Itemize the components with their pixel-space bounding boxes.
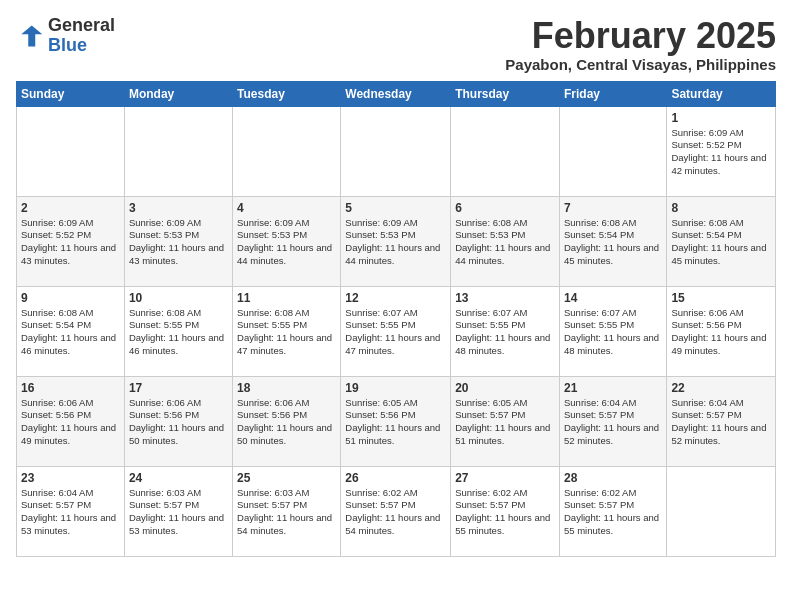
calendar-cell: 19Sunrise: 6:05 AM Sunset: 5:56 PM Dayli…: [341, 376, 451, 466]
day-info: Sunrise: 6:09 AM Sunset: 5:52 PM Dayligh…: [21, 217, 120, 268]
calendar-cell: 2Sunrise: 6:09 AM Sunset: 5:52 PM Daylig…: [17, 196, 125, 286]
calendar-cell: [451, 106, 560, 196]
calendar-cell: [341, 106, 451, 196]
title-block: February 2025 Payabon, Central Visayas, …: [505, 16, 776, 73]
day-number: 17: [129, 381, 228, 395]
calendar-cell: 15Sunrise: 6:06 AM Sunset: 5:56 PM Dayli…: [667, 286, 776, 376]
day-number: 24: [129, 471, 228, 485]
day-number: 7: [564, 201, 662, 215]
day-info: Sunrise: 6:07 AM Sunset: 5:55 PM Dayligh…: [345, 307, 446, 358]
weekday-header: Saturday: [667, 81, 776, 106]
calendar-cell: 22Sunrise: 6:04 AM Sunset: 5:57 PM Dayli…: [667, 376, 776, 466]
day-number: 25: [237, 471, 336, 485]
calendar-cell: 28Sunrise: 6:02 AM Sunset: 5:57 PM Dayli…: [559, 466, 666, 556]
day-info: Sunrise: 6:09 AM Sunset: 5:53 PM Dayligh…: [345, 217, 446, 268]
calendar-cell: 10Sunrise: 6:08 AM Sunset: 5:55 PM Dayli…: [124, 286, 232, 376]
day-info: Sunrise: 6:07 AM Sunset: 5:55 PM Dayligh…: [564, 307, 662, 358]
calendar-cell: 7Sunrise: 6:08 AM Sunset: 5:54 PM Daylig…: [559, 196, 666, 286]
day-number: 21: [564, 381, 662, 395]
day-info: Sunrise: 6:09 AM Sunset: 5:52 PM Dayligh…: [671, 127, 771, 178]
day-number: 9: [21, 291, 120, 305]
weekday-header: Wednesday: [341, 81, 451, 106]
day-info: Sunrise: 6:06 AM Sunset: 5:56 PM Dayligh…: [237, 397, 336, 448]
svg-marker-0: [21, 25, 42, 46]
calendar-cell: 13Sunrise: 6:07 AM Sunset: 5:55 PM Dayli…: [451, 286, 560, 376]
calendar-week-row: 2Sunrise: 6:09 AM Sunset: 5:52 PM Daylig…: [17, 196, 776, 286]
calendar: SundayMondayTuesdayWednesdayThursdayFrid…: [16, 81, 776, 557]
day-info: Sunrise: 6:07 AM Sunset: 5:55 PM Dayligh…: [455, 307, 555, 358]
day-info: Sunrise: 6:08 AM Sunset: 5:54 PM Dayligh…: [671, 217, 771, 268]
calendar-cell: 17Sunrise: 6:06 AM Sunset: 5:56 PM Dayli…: [124, 376, 232, 466]
calendar-cell: 12Sunrise: 6:07 AM Sunset: 5:55 PM Dayli…: [341, 286, 451, 376]
weekday-header: Monday: [124, 81, 232, 106]
calendar-cell: [559, 106, 666, 196]
day-number: 12: [345, 291, 446, 305]
day-info: Sunrise: 6:05 AM Sunset: 5:56 PM Dayligh…: [345, 397, 446, 448]
calendar-week-row: 1Sunrise: 6:09 AM Sunset: 5:52 PM Daylig…: [17, 106, 776, 196]
day-number: 14: [564, 291, 662, 305]
calendar-cell: 18Sunrise: 6:06 AM Sunset: 5:56 PM Dayli…: [233, 376, 341, 466]
day-info: Sunrise: 6:08 AM Sunset: 5:55 PM Dayligh…: [129, 307, 228, 358]
day-info: Sunrise: 6:06 AM Sunset: 5:56 PM Dayligh…: [21, 397, 120, 448]
calendar-cell: 27Sunrise: 6:02 AM Sunset: 5:57 PM Dayli…: [451, 466, 560, 556]
calendar-cell: 26Sunrise: 6:02 AM Sunset: 5:57 PM Dayli…: [341, 466, 451, 556]
logo-text: General Blue: [48, 16, 115, 56]
day-number: 6: [455, 201, 555, 215]
day-number: 22: [671, 381, 771, 395]
day-number: 23: [21, 471, 120, 485]
calendar-cell: 16Sunrise: 6:06 AM Sunset: 5:56 PM Dayli…: [17, 376, 125, 466]
calendar-cell: 24Sunrise: 6:03 AM Sunset: 5:57 PM Dayli…: [124, 466, 232, 556]
calendar-cell: 6Sunrise: 6:08 AM Sunset: 5:53 PM Daylig…: [451, 196, 560, 286]
day-number: 1: [671, 111, 771, 125]
day-number: 13: [455, 291, 555, 305]
day-info: Sunrise: 6:09 AM Sunset: 5:53 PM Dayligh…: [237, 217, 336, 268]
day-number: 27: [455, 471, 555, 485]
calendar-cell: 5Sunrise: 6:09 AM Sunset: 5:53 PM Daylig…: [341, 196, 451, 286]
calendar-cell: 23Sunrise: 6:04 AM Sunset: 5:57 PM Dayli…: [17, 466, 125, 556]
location: Payabon, Central Visayas, Philippines: [505, 56, 776, 73]
day-number: 8: [671, 201, 771, 215]
page-header: General Blue February 2025 Payabon, Cent…: [16, 16, 776, 73]
day-number: 3: [129, 201, 228, 215]
day-info: Sunrise: 6:03 AM Sunset: 5:57 PM Dayligh…: [237, 487, 336, 538]
day-info: Sunrise: 6:09 AM Sunset: 5:53 PM Dayligh…: [129, 217, 228, 268]
day-info: Sunrise: 6:04 AM Sunset: 5:57 PM Dayligh…: [21, 487, 120, 538]
day-info: Sunrise: 6:02 AM Sunset: 5:57 PM Dayligh…: [455, 487, 555, 538]
day-number: 26: [345, 471, 446, 485]
calendar-cell: [233, 106, 341, 196]
day-number: 5: [345, 201, 446, 215]
day-info: Sunrise: 6:08 AM Sunset: 5:54 PM Dayligh…: [21, 307, 120, 358]
day-info: Sunrise: 6:04 AM Sunset: 5:57 PM Dayligh…: [671, 397, 771, 448]
day-info: Sunrise: 6:06 AM Sunset: 5:56 PM Dayligh…: [671, 307, 771, 358]
calendar-cell: 3Sunrise: 6:09 AM Sunset: 5:53 PM Daylig…: [124, 196, 232, 286]
day-info: Sunrise: 6:08 AM Sunset: 5:53 PM Dayligh…: [455, 217, 555, 268]
calendar-cell: 1Sunrise: 6:09 AM Sunset: 5:52 PM Daylig…: [667, 106, 776, 196]
calendar-cell: 20Sunrise: 6:05 AM Sunset: 5:57 PM Dayli…: [451, 376, 560, 466]
calendar-week-row: 23Sunrise: 6:04 AM Sunset: 5:57 PM Dayli…: [17, 466, 776, 556]
day-number: 11: [237, 291, 336, 305]
calendar-cell: 4Sunrise: 6:09 AM Sunset: 5:53 PM Daylig…: [233, 196, 341, 286]
calendar-cell: [667, 466, 776, 556]
weekday-header: Thursday: [451, 81, 560, 106]
day-number: 10: [129, 291, 228, 305]
day-number: 16: [21, 381, 120, 395]
day-info: Sunrise: 6:08 AM Sunset: 5:55 PM Dayligh…: [237, 307, 336, 358]
logo: General Blue: [16, 16, 115, 56]
calendar-cell: 25Sunrise: 6:03 AM Sunset: 5:57 PM Dayli…: [233, 466, 341, 556]
day-number: 19: [345, 381, 446, 395]
calendar-cell: 9Sunrise: 6:08 AM Sunset: 5:54 PM Daylig…: [17, 286, 125, 376]
weekday-header: Sunday: [17, 81, 125, 106]
day-number: 2: [21, 201, 120, 215]
logo-icon: [16, 22, 44, 50]
weekday-header: Tuesday: [233, 81, 341, 106]
day-info: Sunrise: 6:06 AM Sunset: 5:56 PM Dayligh…: [129, 397, 228, 448]
calendar-week-row: 16Sunrise: 6:06 AM Sunset: 5:56 PM Dayli…: [17, 376, 776, 466]
day-info: Sunrise: 6:08 AM Sunset: 5:54 PM Dayligh…: [564, 217, 662, 268]
day-number: 4: [237, 201, 336, 215]
day-info: Sunrise: 6:04 AM Sunset: 5:57 PM Dayligh…: [564, 397, 662, 448]
calendar-cell: 14Sunrise: 6:07 AM Sunset: 5:55 PM Dayli…: [559, 286, 666, 376]
day-number: 18: [237, 381, 336, 395]
calendar-cell: 11Sunrise: 6:08 AM Sunset: 5:55 PM Dayli…: [233, 286, 341, 376]
day-info: Sunrise: 6:02 AM Sunset: 5:57 PM Dayligh…: [345, 487, 446, 538]
calendar-week-row: 9Sunrise: 6:08 AM Sunset: 5:54 PM Daylig…: [17, 286, 776, 376]
